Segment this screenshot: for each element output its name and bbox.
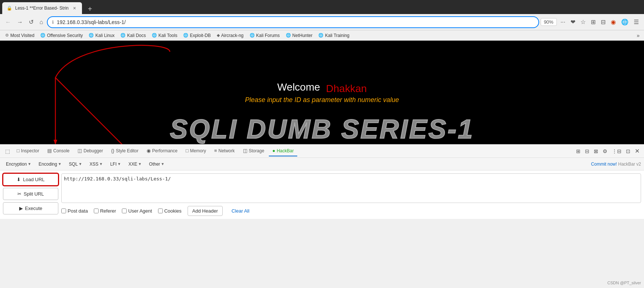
inspector-label: Inspector <box>21 148 39 153</box>
other-label: Other <box>149 162 160 167</box>
bookmark-kali-training[interactable]: 🌐 Kali Training <box>316 32 352 39</box>
webpage-content: Welcome Dhakkan Please input the ID as p… <box>0 41 644 144</box>
sidebar-icon: ⊞ <box>591 18 596 26</box>
devtools-settings-button[interactable]: ⚙ <box>601 147 609 156</box>
reading-list-button[interactable]: ❤ <box>568 17 578 27</box>
new-tab-button[interactable]: + <box>85 4 95 14</box>
referer-checkbox-item[interactable]: Referer <box>94 208 116 214</box>
execute-button[interactable]: ▶ Execute <box>3 202 58 214</box>
bookmark-most-visited[interactable]: ⚙ Most Visited <box>3 32 37 39</box>
hackbar-other-menu[interactable]: Other ▼ <box>146 160 168 168</box>
hackbar-commit-area: Commit now! HackBar v2 <box>591 162 641 167</box>
devtools-tab-performance[interactable]: ◉ Performance <box>143 146 181 156</box>
referer-checkbox[interactable] <box>94 209 99 213</box>
bookmark-globe-icon-7: 🌐 <box>286 33 291 38</box>
bookmark-nethunter[interactable]: 🌐 NetHunter <box>284 32 315 39</box>
home-button[interactable]: ⌂ <box>37 17 45 27</box>
devtools-dock-button[interactable]: ⊟ <box>583 147 591 156</box>
browser-tab-active[interactable]: 🔒 Less-1 **Error Based- Strin × <box>2 2 82 14</box>
bookmark-exploit-db[interactable]: 🌐 Exploit-DB <box>181 32 213 39</box>
add-header-button[interactable]: Add Header <box>188 206 223 216</box>
hackbar-commit-link[interactable]: Commit now! <box>591 162 617 167</box>
devtools-tab-console[interactable]: ▤ Console <box>44 146 73 156</box>
sync-button[interactable]: 🌐 <box>619 17 631 27</box>
storage-icon: ◫ <box>243 148 247 153</box>
hackbar-xss-menu[interactable]: XSS ▼ <box>86 160 106 168</box>
devtools-tab-memory[interactable]: □ Memory <box>182 146 210 156</box>
extensions-button[interactable]: ◉ <box>609 17 618 27</box>
bookmark-kali-linux-label: Kali Linux <box>95 33 114 38</box>
bookmark-most-visited-label: Most Visited <box>10 33 34 38</box>
hackbar-action-buttons: ⬇ Load URL ✂ Split URL ▶ Execute <box>3 173 58 216</box>
devtools-tab-style-editor[interactable]: {} Style Editor <box>107 146 142 156</box>
hackbar-xxe-menu[interactable]: XXE ▼ <box>126 160 145 168</box>
cookies-checkbox-item[interactable]: Cookies <box>158 208 182 214</box>
bookmark-globe-icon-6: 🌐 <box>250 33 255 38</box>
hackbar-lfi-menu[interactable]: LFI ▼ <box>107 160 124 168</box>
bookmark-kali-tools[interactable]: 🌐 Kali Tools <box>150 32 179 39</box>
zoom-level: 90% <box>541 18 557 26</box>
load-url-button[interactable]: ⬇ Load URL <box>3 173 58 186</box>
hackbar-url-input[interactable]: http://192.168.0.33/sqli-labs/Less-1/ <box>61 173 641 203</box>
devtools-overflow-button[interactable]: ⋮⊟ <box>610 147 623 156</box>
user-agent-checkbox[interactable] <box>122 209 127 213</box>
sql-label: SQL <box>69 162 78 167</box>
devtools-tab-storage[interactable]: ◫ Storage <box>239 146 268 156</box>
security-icon: ℹ <box>52 20 54 25</box>
extension-icon: ◉ <box>611 18 616 26</box>
devtools-expand-button[interactable]: ⊡ <box>624 147 632 156</box>
devtools-split-button[interactable]: ⊠ <box>592 147 600 156</box>
forward-icon: → <box>17 19 23 26</box>
devtools-tab-network[interactable]: ≡ Network <box>210 146 239 156</box>
devtools-tab-hackbar[interactable]: ● HackBar <box>269 146 298 156</box>
clear-all-button[interactable]: Clear All <box>229 206 252 216</box>
devtools-tab-debugger[interactable]: ◫ Debugger <box>74 146 107 156</box>
bookmark-offensive-security[interactable]: 🌐 Offensive Security <box>38 32 85 39</box>
address-bar-container[interactable]: ℹ <box>47 16 539 28</box>
hackbar: Encryption ▼ Encoding ▼ SQL ▼ XSS ▼ LFI … <box>0 158 644 219</box>
bookmark-kali-docs[interactable]: 🌐 Kali Docs <box>118 32 148 39</box>
bookmark-globe-icon-8: 🌐 <box>318 33 323 38</box>
bookmark-button[interactable]: ☆ <box>578 17 588 27</box>
tab-view-icon: ⊟ <box>601 18 606 26</box>
hamburger-menu-button[interactable]: ☰ <box>631 17 641 27</box>
hackbar-sql-menu[interactable]: SQL ▼ <box>66 160 85 168</box>
tab-bar: 🔒 Less-1 **Error Based- Strin × + <box>0 0 644 14</box>
tab-close-button[interactable]: × <box>72 5 78 11</box>
execute-label: Execute <box>25 206 42 211</box>
hackbar-encryption-menu[interactable]: Encryption ▼ <box>3 160 34 168</box>
hackbar-encoding-menu[interactable]: Encoding ▼ <box>36 160 65 168</box>
post-data-checkbox-item[interactable]: Post data <box>61 208 88 214</box>
cookies-checkbox[interactable] <box>158 209 163 213</box>
tab-title: Less-1 **Error Based- Strin <box>15 6 69 11</box>
bookmark-kali-docs-label: Kali Docs <box>127 33 146 38</box>
split-icon: ⊠ <box>594 148 598 154</box>
devtools-layout-button[interactable]: ⊞ <box>575 147 582 156</box>
user-agent-checkbox-item[interactable]: User Agent <box>122 208 152 214</box>
reload-button[interactable]: ↺ <box>27 17 36 27</box>
bookmark-kali-forums[interactable]: 🌐 Kali Forums <box>247 32 282 39</box>
console-label: Console <box>53 148 69 153</box>
hackbar-tab-icon: ● <box>273 148 275 153</box>
more-options-button[interactable]: ··· <box>558 17 568 27</box>
devtools-tab-inspector[interactable]: □ Inspector <box>13 146 43 156</box>
bookmark-aircrack-ng[interactable]: ◆ Aircrack-ng <box>215 32 246 39</box>
memory-icon: □ <box>186 148 189 153</box>
bookmarks-more-button[interactable]: » <box>635 32 641 39</box>
devtools-picker-button[interactable]: ⬚ <box>3 147 12 156</box>
referer-label: Referer <box>100 208 116 214</box>
address-input[interactable] <box>57 19 534 25</box>
devtools-tabs: ⬚ □ Inspector ▤ Console ◫ Debugger {} St… <box>0 145 644 158</box>
inspector-icon: □ <box>17 148 20 153</box>
sidebar-button[interactable]: ⊞ <box>589 17 598 27</box>
style-editor-icon: {} <box>111 148 114 153</box>
devtools-close-button[interactable]: ✕ <box>633 146 641 156</box>
encryption-label: Encryption <box>6 162 27 167</box>
bookmark-kali-linux[interactable]: 🌐 Kali Linux <box>86 32 117 39</box>
forward-button[interactable]: → <box>15 17 25 27</box>
post-data-label: Post data <box>68 208 88 214</box>
post-data-checkbox[interactable] <box>61 209 66 213</box>
split-url-button[interactable]: ✂ Split URL <box>3 188 58 200</box>
tab-view-button[interactable]: ⊟ <box>599 17 608 27</box>
back-button[interactable]: ← <box>3 17 13 27</box>
